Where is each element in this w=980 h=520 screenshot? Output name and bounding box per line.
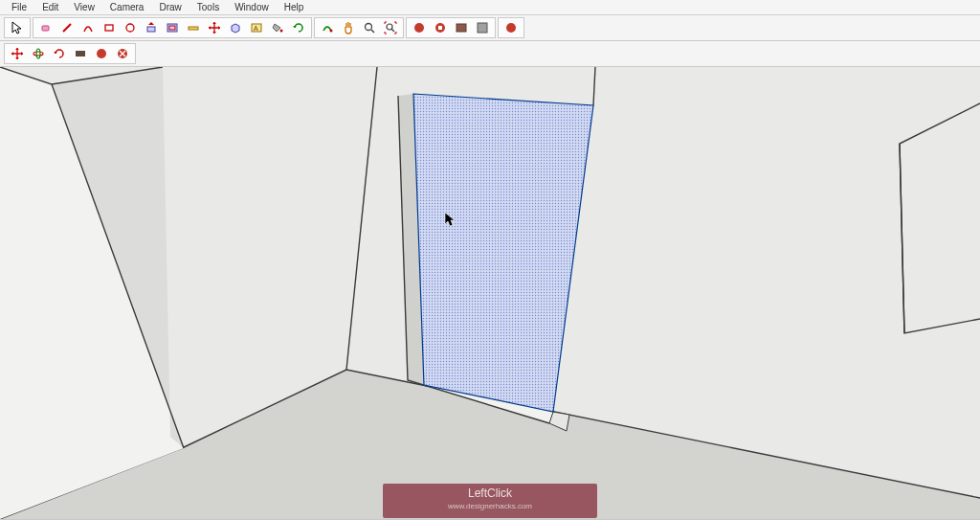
zoom-extents-icon[interactable]: [381, 18, 400, 37]
shape-3d-icon[interactable]: [226, 18, 245, 37]
svg-rect-7: [189, 27, 198, 30]
move-icon[interactable]: [205, 18, 224, 37]
svg-rect-24: [76, 51, 85, 57]
orbit-red-icon[interactable]: [29, 44, 48, 63]
svg-point-16: [414, 23, 424, 33]
svg-line-1: [63, 24, 71, 32]
zoom-icon[interactable]: [360, 18, 379, 37]
vray-settings-icon[interactable]: [410, 18, 429, 37]
main-toolbar-row1: A: [0, 15, 980, 41]
svg-point-25: [97, 49, 106, 58]
svg-rect-2: [105, 25, 113, 31]
rectangle-icon[interactable]: [100, 18, 119, 37]
event-popup: LeftClick www.designerhacks.com: [383, 484, 597, 518]
svg-marker-37: [398, 94, 424, 385]
svg-text:A: A: [254, 25, 258, 32]
svg-point-11: [330, 30, 333, 33]
menu-window[interactable]: Window: [227, 1, 277, 13]
vray-frame-icon[interactable]: [452, 18, 471, 37]
line-icon[interactable]: [57, 18, 77, 37]
svg-marker-33: [52, 67, 184, 448]
circle-icon[interactable]: [121, 18, 140, 37]
svg-line-36: [900, 144, 904, 333]
svg-line-13: [371, 30, 374, 33]
menu-view[interactable]: View: [66, 1, 102, 13]
svg-point-22: [33, 52, 43, 56]
svg-point-10: [280, 30, 283, 33]
svg-rect-19: [457, 24, 466, 32]
vray-save-icon[interactable]: [473, 18, 492, 37]
svg-line-15: [391, 29, 394, 32]
svg-marker-38: [408, 380, 553, 423]
svg-rect-18: [438, 26, 442, 30]
vray-rt-stop-icon[interactable]: [113, 44, 132, 63]
svg-line-30: [0, 395, 182, 449]
svg-marker-32: [0, 67, 184, 519]
vray-rt-render-icon[interactable]: [92, 44, 111, 63]
eraser-icon[interactable]: [36, 18, 56, 37]
svg-line-31: [0, 448, 182, 519]
pan-icon[interactable]: [339, 18, 358, 37]
text-icon[interactable]: A: [247, 18, 266, 37]
popup-title: LeftClick: [383, 486, 597, 500]
move-red-icon[interactable]: [8, 44, 27, 63]
main-toolbar-row2: [0, 41, 980, 67]
menu-file[interactable]: File: [4, 1, 34, 13]
svg-marker-39: [549, 412, 569, 431]
svg-point-23: [36, 49, 40, 58]
svg-point-12: [366, 24, 372, 31]
svg-line-34: [52, 67, 163, 84]
select-arrow-icon[interactable]: [8, 18, 27, 37]
paint-bucket-icon[interactable]: [268, 18, 287, 37]
vray-stop-icon[interactable]: [501, 18, 521, 37]
svg-point-21: [506, 23, 516, 33]
menu-camera[interactable]: Camera: [102, 1, 152, 13]
svg-rect-0: [42, 26, 49, 31]
menu-edit[interactable]: Edit: [34, 1, 66, 13]
svg-rect-20: [478, 23, 487, 33]
svg-line-40: [593, 67, 595, 105]
svg-marker-29: [0, 370, 980, 519]
tape-measure-icon[interactable]: [184, 18, 203, 37]
arc-icon[interactable]: [78, 18, 98, 37]
push-pull-icon[interactable]: [142, 18, 161, 37]
menu-help[interactable]: Help: [277, 1, 312, 13]
rotate-red-icon[interactable]: [50, 44, 69, 63]
popup-subtitle: www.designerhacks.com: [383, 502, 597, 511]
follow-me-icon[interactable]: [318, 18, 337, 37]
selected-face[interactable]: [413, 94, 593, 412]
menu-draw[interactable]: Draw: [151, 1, 189, 13]
viewport-3d[interactable]: LeftClick www.designerhacks.com: [0, 67, 980, 519]
svg-rect-4: [147, 27, 155, 32]
offset-icon[interactable]: [163, 18, 182, 37]
rotate-icon[interactable]: [289, 18, 308, 37]
vray-logo-icon[interactable]: [71, 44, 90, 63]
menu-bar: File Edit View Camera Draw Tools Window …: [0, 0, 980, 15]
svg-line-35: [346, 67, 377, 370]
vray-render-icon[interactable]: [431, 18, 450, 37]
svg-point-3: [126, 24, 134, 32]
menu-tools[interactable]: Tools: [189, 1, 227, 13]
